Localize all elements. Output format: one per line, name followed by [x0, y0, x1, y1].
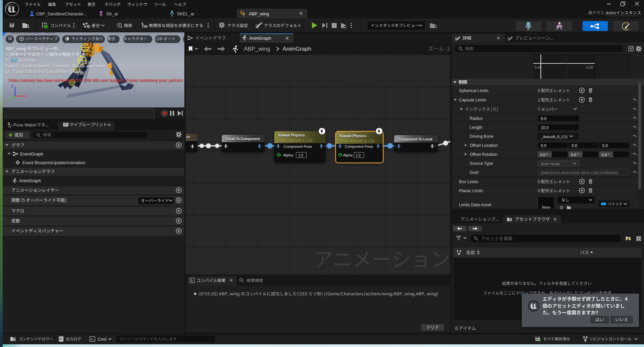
svg-text:X: X	[25, 94, 28, 98]
svg-text:Y: Y	[9, 97, 12, 101]
svg-text:Z: Z	[11, 84, 13, 88]
